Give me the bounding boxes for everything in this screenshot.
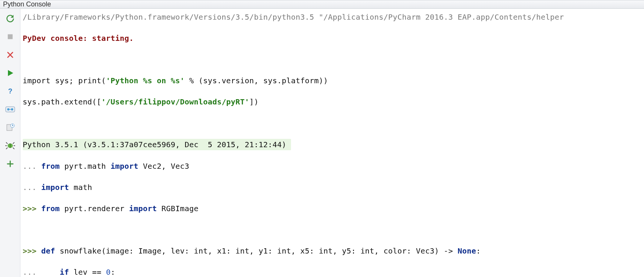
svg-text:?: ? bbox=[8, 87, 12, 95]
console-toolbar: ? bbox=[0, 9, 20, 277]
stop-button[interactable] bbox=[3, 31, 18, 43]
title-label: Python Console bbox=[3, 0, 51, 8]
status-line: PyDev console: starting. bbox=[23, 33, 642, 44]
code-line: ... from pyrt.math import Vec2, Vec3 bbox=[23, 161, 642, 171]
kw-import: import bbox=[129, 204, 157, 213]
number: 0 bbox=[106, 268, 110, 277]
history-icon bbox=[6, 123, 15, 132]
svg-line-14 bbox=[13, 148, 14, 149]
help-button[interactable]: ? bbox=[3, 85, 18, 97]
play-icon bbox=[6, 68, 15, 78]
blank-line bbox=[23, 118, 642, 128]
text: snowflake(image: Image, lev: int, x1: in… bbox=[55, 246, 458, 255]
blank-line bbox=[23, 54, 642, 65]
string-literal: '/Users/filippov/Downloads/pyRT' bbox=[101, 97, 249, 106]
kw-none: None bbox=[458, 246, 476, 255]
highlighted-banner: Python 3.5.1 (v3.5.1:37a07cee5969, Dec 5… bbox=[23, 139, 291, 150]
code-line: >>> from pyrt.renderer import RGBImage bbox=[23, 203, 642, 214]
svg-line-12 bbox=[13, 142, 14, 144]
body: ? /Library/Frameworks/Python.framework/V… bbox=[0, 9, 644, 277]
text: RGBImage bbox=[157, 204, 198, 213]
string-literal: 'Python %s on %s' bbox=[106, 76, 184, 85]
cont-prompt: ... bbox=[23, 162, 37, 171]
main-prompt: >>> bbox=[23, 246, 37, 255]
version-banner: Python 3.5.1 (v3.5.1:37a07cee5969, Dec 5… bbox=[23, 139, 642, 150]
console-output[interactable]: /Library/Frameworks/Python.framework/Ver… bbox=[20, 9, 644, 277]
main-prompt: >>> bbox=[23, 204, 37, 213]
text: lev == bbox=[69, 268, 106, 277]
blank-line bbox=[23, 224, 642, 235]
init-cmd-2: sys.path.extend(['/Users/filippov/Downlo… bbox=[23, 96, 642, 107]
bug-icon bbox=[5, 142, 15, 150]
text: sys.path.extend([ bbox=[23, 97, 101, 106]
kw-from: from bbox=[41, 204, 60, 213]
text: ]) bbox=[249, 97, 259, 106]
close-icon bbox=[6, 51, 14, 59]
titlebar: Python Console bbox=[0, 0, 644, 9]
rerun-icon bbox=[5, 14, 15, 23]
text: : bbox=[476, 246, 481, 255]
text: import sys; print( bbox=[23, 76, 106, 85]
text: pyrt.renderer bbox=[60, 204, 129, 213]
kw-if: if bbox=[60, 268, 69, 277]
help-icon: ? bbox=[6, 87, 14, 95]
text: : bbox=[111, 268, 115, 277]
show-vars-button[interactable] bbox=[3, 103, 18, 115]
kw-import: import bbox=[41, 183, 69, 192]
debug-button[interactable] bbox=[3, 140, 18, 152]
svg-rect-0 bbox=[8, 34, 12, 39]
kw-import: import bbox=[111, 162, 138, 171]
svg-point-4 bbox=[11, 108, 13, 110]
history-button[interactable] bbox=[3, 121, 18, 134]
svg-line-13 bbox=[6, 148, 8, 149]
kw-from: from bbox=[41, 162, 60, 171]
svg-line-11 bbox=[6, 142, 8, 144]
stop-icon bbox=[6, 33, 14, 41]
close-button[interactable] bbox=[3, 49, 18, 61]
interpreter-path: /Library/Frameworks/Python.framework/Ver… bbox=[23, 12, 642, 22]
init-cmd-1: import sys; print('Python %s on %s' % (s… bbox=[23, 75, 642, 86]
text: Vec2, Vec3 bbox=[138, 162, 189, 171]
text: % (sys.version, sys.platform)) bbox=[184, 76, 328, 85]
code-line: >>> def snowflake(image: Image, lev: int… bbox=[23, 246, 642, 256]
rerun-button[interactable] bbox=[3, 12, 18, 25]
cont-prompt: ... bbox=[23, 183, 37, 192]
text: pyrt.math bbox=[60, 162, 111, 171]
watch-icon bbox=[5, 106, 15, 113]
new-console-button[interactable] bbox=[3, 158, 18, 170]
svg-point-3 bbox=[7, 108, 9, 110]
execute-button[interactable] bbox=[3, 67, 18, 79]
code-line: ... import math bbox=[23, 182, 642, 193]
cont-prompt: ... bbox=[23, 268, 37, 277]
text bbox=[37, 268, 60, 277]
python-console-window: Python Console ? bbox=[0, 0, 644, 277]
kw-def: def bbox=[41, 246, 55, 255]
code-line: ... if lev == 0: bbox=[23, 267, 642, 277]
text: math bbox=[69, 183, 92, 192]
plus-icon bbox=[6, 160, 14, 168]
